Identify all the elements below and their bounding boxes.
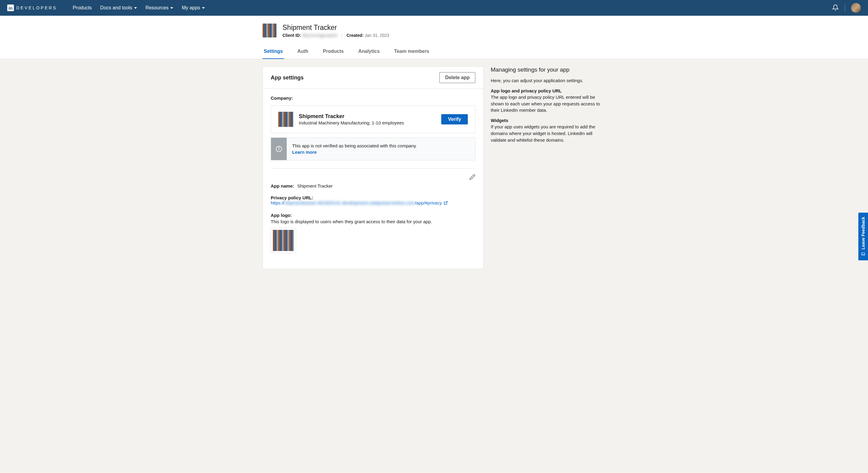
aside-sec1-title: App logo and privacy policy URL <box>491 88 606 93</box>
top-nav: in DEVELOPERS Products Docs and tools Re… <box>0 0 868 16</box>
app-icon <box>262 24 276 37</box>
company-label: Company: <box>271 95 475 100</box>
feedback-icon <box>861 252 865 256</box>
company-logo <box>278 112 293 127</box>
privacy-url-label: Privacy policy URL: <box>271 195 473 200</box>
app-settings-card: App settings Delete app Company: Shipmen… <box>262 66 484 269</box>
tab-settings[interactable]: Settings <box>262 46 284 59</box>
info-text: This app is not verified as being associ… <box>292 143 417 148</box>
created-value: Jan 31, 2023 <box>365 33 389 38</box>
info-banner: This app is not verified as being associ… <box>271 138 475 160</box>
app-logo-image <box>273 230 294 251</box>
app-logo-label: App logo: <box>271 213 473 218</box>
created-label: Created: <box>346 33 364 38</box>
external-link-icon <box>444 201 448 206</box>
caret-down-icon <box>170 7 173 9</box>
divider <box>271 168 475 169</box>
divider <box>342 33 342 37</box>
info-icon <box>271 138 287 160</box>
app-name-label: App name: <box>271 183 294 188</box>
company-desc: Industrial Machinery Manufacturing; 1-10… <box>299 120 436 125</box>
svg-point-2 <box>279 147 279 148</box>
company-card: Shipment Tracker Industrial Machinery Ma… <box>271 106 475 133</box>
tabs: Settings Auth Products Analytics Team me… <box>262 46 606 59</box>
app-name-value: Shipment Tracker <box>297 183 333 188</box>
aside-sec2-title: Widgets <box>491 118 606 123</box>
app-header: Shipment Tracker Client ID: 86yconv4gpoq… <box>0 16 868 59</box>
svg-rect-4 <box>862 253 865 255</box>
client-id-label: Client ID: <box>282 33 301 38</box>
app-logo-desc: This logo is displayed to users when the… <box>271 219 475 224</box>
nav-resources[interactable]: Resources <box>146 5 173 10</box>
app-logo-box <box>271 228 296 253</box>
divider <box>845 4 845 11</box>
nav-products[interactable]: Products <box>73 5 92 10</box>
notifications-icon[interactable] <box>832 4 839 12</box>
tab-team-members[interactable]: Team members <box>393 46 430 59</box>
caret-down-icon <box>134 7 137 9</box>
logo-text: DEVELOPERS <box>16 5 57 10</box>
privacy-url-link[interactable]: https://shipmenttracker-801825131.develo… <box>271 200 448 205</box>
nav-docs-tools[interactable]: Docs and tools <box>100 5 137 10</box>
learn-more-link[interactable]: Learn more <box>292 149 317 155</box>
logo[interactable]: in DEVELOPERS <box>7 4 57 11</box>
linkedin-logo-icon: in <box>7 4 14 11</box>
verify-button[interactable]: Verify <box>441 114 468 124</box>
tab-analytics[interactable]: Analytics <box>357 46 381 59</box>
aside-title: Managing settings for your app <box>491 66 606 73</box>
avatar[interactable] <box>851 3 861 13</box>
feedback-tab[interactable]: Leave Feedback <box>858 213 868 260</box>
aside: Managing settings for your app Here, you… <box>491 66 606 269</box>
tab-auth[interactable]: Auth <box>296 46 309 59</box>
tab-products[interactable]: Products <box>322 46 345 59</box>
page-title: Shipment Tracker <box>282 24 389 32</box>
company-name: Shipment Tracker <box>299 113 436 120</box>
aside-sec2-text: If your app uses widgets you are require… <box>491 123 606 143</box>
delete-app-button[interactable]: Delete app <box>439 72 475 83</box>
client-id-value: 86yconv4gpoqqOn <box>302 33 338 38</box>
card-title: App settings <box>271 75 304 81</box>
aside-intro: Here, you can adjust your application se… <box>491 77 606 84</box>
aside-sec1-text: The app logo and privacy policy URL ente… <box>491 94 606 114</box>
nav-my-apps[interactable]: My apps <box>182 5 205 10</box>
svg-line-3 <box>445 201 447 203</box>
edit-icon[interactable] <box>469 174 475 181</box>
caret-down-icon <box>202 7 205 9</box>
